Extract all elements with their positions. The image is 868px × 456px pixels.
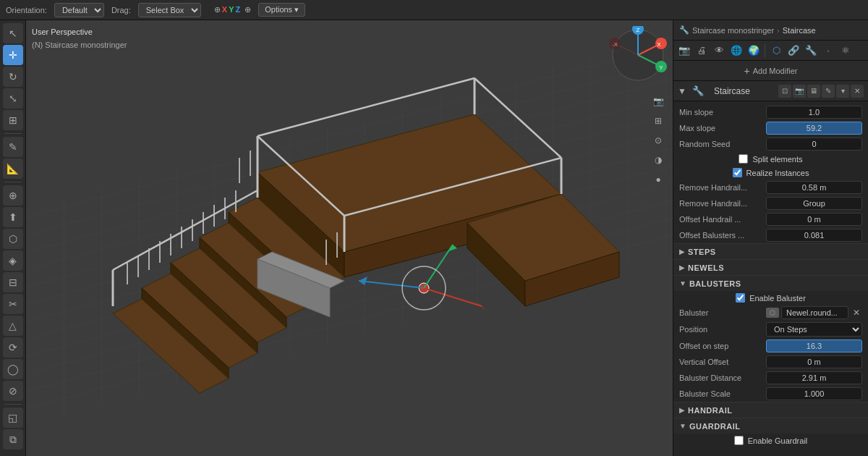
- breadcrumb-item-2[interactable]: Staircase: [783, 26, 816, 35]
- panel-tab-render[interactable]: 📷: [676, 43, 692, 59]
- vertical-offset-input[interactable]: [766, 355, 862, 368]
- axis-y[interactable]: Y: [229, 5, 234, 14]
- axis-z[interactable]: Z: [235, 5, 240, 14]
- modifier-render-btn[interactable]: 🖥: [807, 85, 820, 98]
- tool-transform[interactable]: ⊞: [3, 110, 23, 130]
- baluster-distance-input[interactable]: [766, 371, 862, 384]
- vp-tool-solid[interactable]: ●: [650, 171, 667, 188]
- vp-tool-camera[interactable]: 📷: [650, 93, 667, 110]
- modifier-expand-icon[interactable]: ▼: [678, 86, 686, 96]
- offset-on-step-label: Offset on step: [679, 342, 766, 350]
- offset-on-step-input[interactable]: [766, 339, 862, 352]
- steps-arrow: ▶: [679, 248, 685, 256]
- orientation-select[interactable]: Default: [54, 3, 104, 17]
- prop-row-min-slope: Min slope: [673, 104, 868, 120]
- tool-poly-build[interactable]: △: [3, 316, 23, 336]
- nav-gizmo[interactable]: X -X Y Z: [609, 26, 667, 84]
- realize-instances-checkbox[interactable]: [733, 168, 742, 177]
- panel-tab-view[interactable]: 👁: [711, 43, 727, 59]
- balusters-section-header[interactable]: ▼ BALUSTERS: [673, 275, 868, 291]
- tool-smooth[interactable]: ◯: [3, 359, 23, 379]
- modifier-close-btn[interactable]: ✕: [851, 85, 864, 98]
- prop-row-baluster-distance: Baluster Distance: [673, 370, 868, 386]
- add-modifier-bar[interactable]: + Add Modifier: [673, 61, 868, 81]
- modifier-edit-btn[interactable]: ✎: [822, 85, 835, 98]
- tool-scale[interactable]: ⤡: [3, 88, 23, 109]
- vp-tool-overlay[interactable]: ⊙: [650, 132, 667, 149]
- offset-balusters-input[interactable]: [766, 229, 862, 242]
- tool-knife[interactable]: ✂: [3, 294, 23, 314]
- panel-tab-output[interactable]: 🖨: [694, 43, 710, 59]
- max-slope-input[interactable]: [766, 122, 862, 135]
- tool-measure[interactable]: 📐: [3, 159, 23, 179]
- tool-bevel[interactable]: ◈: [3, 250, 23, 271]
- tool-add[interactable]: ⊕: [3, 185, 23, 206]
- baluster-value-container: ⬡ Newel.round... ✕: [766, 306, 862, 319]
- enable-baluster-label[interactable]: Enable Baluster: [749, 294, 806, 303]
- modifier-camera-btn[interactable]: 📷: [793, 85, 806, 98]
- tool-spin[interactable]: ⟳: [3, 337, 23, 358]
- remove-handrail-1-input[interactable]: [766, 181, 862, 194]
- prop-row-baluster: Baluster ⬡ Newel.round... ✕: [673, 305, 868, 321]
- baluster-scale-label: Baluster Scale: [679, 389, 766, 398]
- tool-inset[interactable]: ⬡: [3, 229, 23, 249]
- random-seed-input[interactable]: [766, 138, 862, 151]
- drag-select[interactable]: Select Box: [138, 3, 201, 17]
- handrail-label: HANDRAIL: [688, 406, 732, 415]
- enable-baluster-checkbox[interactable]: [736, 293, 745, 303]
- vp-tool-grid[interactable]: ⊞: [650, 112, 667, 130]
- viewport-scene: [26, 20, 673, 456]
- tool-extrude[interactable]: ⬆: [3, 207, 23, 227]
- panel-tab-world[interactable]: 🌍: [746, 43, 762, 59]
- breadcrumb-item-1[interactable]: Staircase monostringer: [692, 26, 774, 35]
- tool-annotate[interactable]: ✎: [3, 137, 23, 157]
- panel-tab-constraints[interactable]: 🔗: [786, 43, 801, 59]
- baluster-scale-input[interactable]: [766, 387, 862, 400]
- tool-rotate[interactable]: ↻: [3, 67, 23, 87]
- panel-tab-modifiers[interactable]: 🔧: [803, 43, 819, 59]
- offset-handrail-input[interactable]: [766, 213, 862, 226]
- tool-rip[interactable]: ⧉: [3, 429, 23, 449]
- newels-section-header[interactable]: ▶ NEWELS: [673, 259, 868, 275]
- viewport[interactable]: User Perspective (N) Staircase monostrin…: [26, 20, 673, 456]
- tool-cursor[interactable]: ↖: [3, 23, 23, 43]
- guardrail-section-header[interactable]: ▼ GUARDRAIL: [673, 418, 868, 434]
- min-slope-input[interactable]: [766, 106, 862, 119]
- panel-tab-object[interactable]: ⬡: [768, 43, 784, 59]
- baluster-scale-value: [766, 387, 862, 400]
- wrench-icon: 🔧: [692, 85, 704, 96]
- split-elements-checkbox[interactable]: [739, 154, 748, 164]
- right-viewport-tools: 📷 ⊞ ⊙ ◑ ●: [650, 93, 667, 188]
- baluster-close-btn[interactable]: ✕: [851, 308, 862, 318]
- prop-row-max-slope: Max slope: [673, 120, 868, 136]
- modifier-funnel-btn[interactable]: ⊡: [778, 85, 791, 98]
- handrail-section-header[interactable]: ▶ HANDRAIL: [673, 402, 868, 418]
- modifier-down-btn[interactable]: ▾: [836, 85, 849, 98]
- remove-handrail-1-label: Remove Handrail...: [679, 183, 766, 192]
- remove-handrail-2-input[interactable]: [766, 197, 862, 210]
- steps-section-header[interactable]: ▶ STEPS: [673, 243, 868, 259]
- tool-move[interactable]: ✛: [3, 45, 23, 65]
- options-button[interactable]: Options ▾: [258, 3, 305, 17]
- baluster-name[interactable]: Newel.round...: [781, 306, 848, 319]
- panel-tab-particles[interactable]: ·: [820, 43, 836, 59]
- panel-tab-physics[interactable]: ⚛: [838, 43, 854, 59]
- prop-row-offset-balusters: Offset Balusters ...: [673, 227, 868, 243]
- enable-guardrail-checkbox[interactable]: [734, 436, 744, 445]
- axis-x[interactable]: X: [222, 5, 227, 14]
- position-select[interactable]: On Steps On Landing Both: [766, 322, 862, 337]
- offset-handrail-label: Offset Handrail ...: [679, 215, 766, 224]
- tool-slide[interactable]: ⊘: [3, 381, 23, 401]
- enable-guardrail-label[interactable]: Enable Guardrail: [748, 436, 808, 445]
- panel-tab-scene[interactable]: 🌐: [728, 43, 744, 59]
- split-elements-label[interactable]: Split elements: [752, 155, 802, 164]
- realize-instances-label[interactable]: Realize Instances: [746, 169, 809, 177]
- svg-text:Z: Z: [637, 27, 640, 33]
- breadcrumb-modifier-icon: 🔧: [679, 25, 689, 35]
- baluster-distance-value: [766, 371, 862, 384]
- modifier-header: ▼ 🔧 Staircase ⊡ 📷 🖥 ✎ ▾ ✕: [673, 81, 868, 101]
- vp-tool-shading[interactable]: ◑: [650, 151, 667, 169]
- enable-baluster-row: Enable Baluster: [673, 291, 868, 305]
- tool-loop-cut[interactable]: ⊟: [3, 272, 23, 292]
- tool-shear[interactable]: ◱: [3, 408, 23, 428]
